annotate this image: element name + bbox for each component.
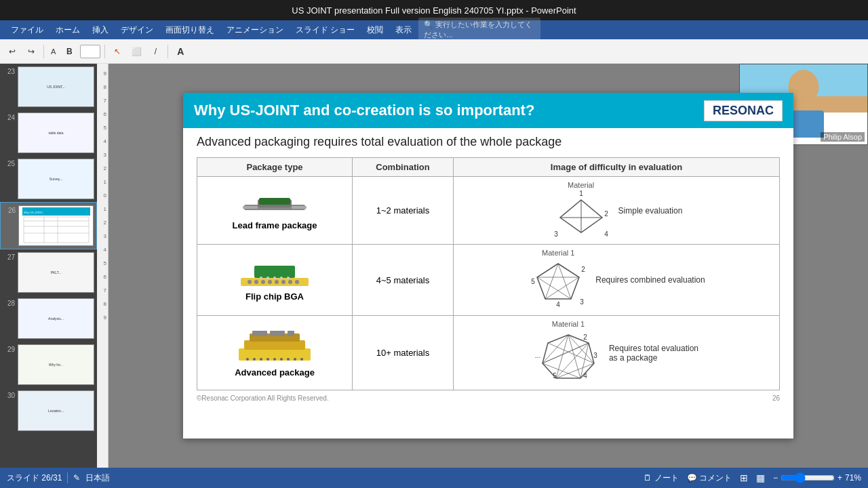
polygon-fc: 5 2 4 3 [528,258,589,309]
svg-point-21 [248,280,252,284]
slide-info: スライド 26/31 [7,472,62,484]
slide-thumb-23[interactable]: 23 US JOINT... [0,64,97,110]
eval-cell-lf: Material 1 2 3 4 [453,177,779,245]
svg-point-26 [281,280,285,284]
pkg-cell-adv: Advanced package [197,316,353,390]
toolbar: ↩ ↪ A B ↖ ⬜ / A [0,39,868,64]
slide-title: Why US-JOINT and co-creation is so impor… [194,102,704,119]
menu-slideshow[interactable]: スライド ショー [290,22,360,38]
tb-bold[interactable]: B [61,43,77,60]
svg-text:2: 2 [583,333,587,341]
menu-review[interactable]: 校閲 [361,22,389,38]
svg-line-76 [542,343,589,363]
eval-cell-fc: Material 1 5 2 4 3 [453,245,779,316]
svg-point-59 [300,358,303,361]
svg-text:2: 2 [581,266,585,273]
edit-icon: ✎ [73,473,80,483]
svg-point-23 [261,280,265,284]
svg-text:4: 4 [556,301,560,308]
svg-point-57 [287,358,290,361]
material-label-fc: Material 1 [528,249,589,257]
menu-file[interactable]: ファイル [5,22,49,38]
main-canvas: Philip Alsop Why US-JOINT and co-creatio… [108,64,868,468]
menu-design[interactable]: デザイン [115,22,159,38]
menu-view[interactable]: 表示 [390,22,417,38]
slide-thumb-28[interactable]: 28 Analysis... [0,296,97,342]
svg-line-43 [537,277,571,299]
slide-body: Advanced packaging requires total evalua… [183,128,793,409]
view-slide[interactable]: ▦ [756,472,765,483]
svg-point-54 [267,358,269,361]
view-normal[interactable]: ⊞ [740,472,748,483]
menu-home[interactable]: ホーム [50,22,85,38]
menu-transition[interactable]: 画面切り替え [160,22,220,38]
svg-line-73 [548,343,594,363]
slide-thumb-24[interactable]: 24 table data [0,110,97,156]
svg-point-33 [280,277,283,279]
slide-subtitle: Advanced packaging requires total evalua… [197,135,780,149]
zoom-out-button[interactable]: − [773,473,778,483]
ruler-vertical: 9 8 7 6 5 4 3 2 1 0 1 2 3 4 5 6 7 8 9 [97,64,108,468]
resonac-logo: RESONAC [704,100,783,121]
tb-shape[interactable]: ⬜ [128,43,144,60]
svg-rect-11 [292,206,307,209]
tb-redo[interactable]: ↪ [23,43,39,60]
svg-rect-10 [243,206,258,209]
tb-sep1 [43,45,44,58]
svg-point-55 [273,358,276,361]
search-box[interactable]: 🔍 実行したい作業を入力してください... [418,18,540,42]
svg-text:Why US-JOINT...: Why US-JOINT... [24,211,44,214]
svg-point-53 [260,358,262,361]
svg-text:1: 1 [579,190,583,197]
svg-rect-50 [288,331,294,336]
pkg-label-lf: Lead frame package [203,220,347,230]
zoom-slider-input[interactable] [781,472,835,483]
slides-panel: 23 US JOINT... 24 table data 25 Survey..… [0,64,97,468]
svg-point-22 [254,280,258,284]
eval-label-lf: Simple evaluation [618,206,683,216]
material-label-adv: Material 1 [534,320,602,328]
table-row: Advanced package 10+ materials Material … [197,316,780,390]
menu-insert[interactable]: 挿入 [87,22,114,38]
svg-rect-48 [252,331,267,336]
tb-font: A [48,43,58,60]
comment-button[interactable]: 💬 コメント [687,472,732,484]
table-row: Lead frame package 1~2 materials Materia… [197,177,780,245]
tb-line[interactable]: / [147,43,163,60]
svg-text:2: 2 [604,210,608,218]
svg-point-51 [246,358,249,361]
combo-cell-adv: 10+ materials [353,316,454,390]
tb-sep3 [167,45,168,58]
slide-content[interactable]: Why US-JOINT and co-creation is so impor… [183,93,793,439]
zoom-level: 71% [845,473,861,483]
slide-thumb-25[interactable]: 25 Survey... [0,156,97,202]
slide-header: Why US-JOINT and co-creation is so impor… [183,93,793,128]
svg-point-32 [273,277,276,279]
svg-rect-2 [24,217,89,243]
svg-point-56 [280,358,283,361]
svg-text:5: 5 [531,278,535,285]
webcam-name: Philip Alsop [821,132,865,142]
menu-animation[interactable]: アニメーション [221,22,289,38]
svg-point-34 [287,277,290,279]
tb-arrow[interactable]: ↖ [109,43,125,60]
svg-rect-12 [259,198,290,205]
tb-sep2 [104,45,105,58]
table-row: Flip chip BGA 4~5 materials Material 1 [197,245,780,316]
svg-point-52 [253,358,256,361]
slide-thumb-27[interactable]: 27 PKLT... [0,249,97,296]
zoom-in-button[interactable]: + [837,473,842,483]
svg-point-24 [268,280,272,284]
note-button[interactable]: 🗒 ノート [644,472,678,484]
copyright: ©Resonac Corporation All Rights Reserved… [197,394,329,402]
svg-point-27 [288,280,292,284]
svg-line-42 [545,277,579,299]
pkg-label-adv: Advanced package [203,367,347,378]
slide-thumb-29[interactable]: 29 Why for... [0,342,97,388]
tb-undo[interactable]: ↩ [4,43,20,60]
slide-thumb-30[interactable]: 30 Location... [0,388,97,434]
combo-cell-fc: 4~5 materials [353,245,454,316]
evaluation-table: Package type Combination Image of diffic… [197,157,780,390]
slide-thumb-26[interactable]: 26 Why US-JOINT... [0,202,97,249]
col-header-pkgtype: Package type [197,158,353,177]
